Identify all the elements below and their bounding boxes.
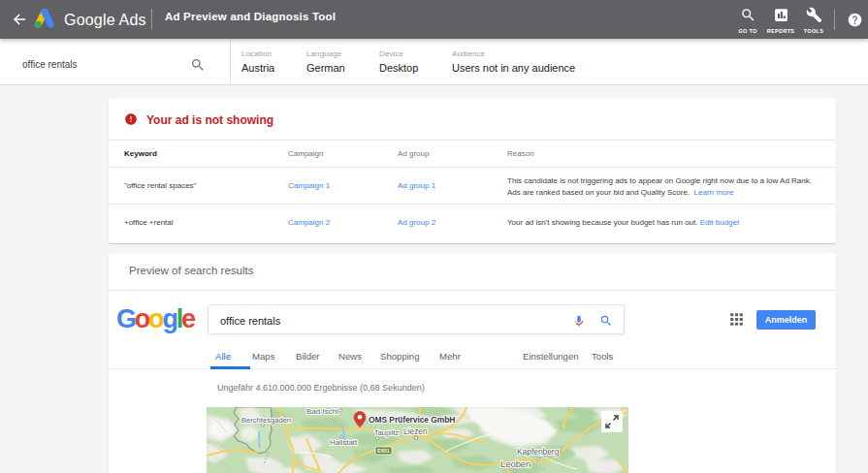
svg-text:Leoben: Leoben [500,458,530,469]
svg-text:Kapfenberg: Kapfenberg [517,447,560,457]
svg-text:Tauplitz: Tauplitz [374,428,399,437]
svg-text:Hallstatt: Hallstatt [330,438,358,447]
svg-text:Berchtesgaden: Berchtesgaden [241,416,291,425]
svg-text:Liezen: Liezen [403,426,428,436]
svg-text:OMS Prüfervice GmbH: OMS Prüfervice GmbH [369,415,455,425]
svg-text:Bad Ischl: Bad Ischl [306,407,338,416]
svg-text:E651: E651 [377,448,390,454]
